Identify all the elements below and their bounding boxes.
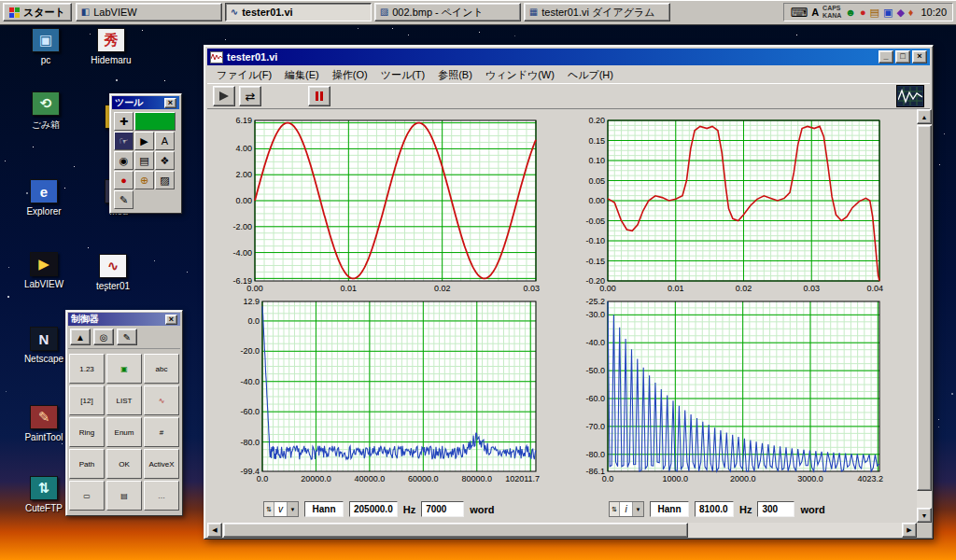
scroll-up-button[interactable]: ▲: [917, 109, 932, 124]
tools-palette-titlebar[interactable]: ツール ×: [112, 96, 179, 109]
channel-selector-right[interactable]: ⇅ i ▼: [609, 501, 644, 517]
search-button[interactable]: ◎: [93, 329, 114, 345]
maximize-button[interactable]: □: [895, 50, 910, 63]
caps-kana-indicator[interactable]: CAPS KANA: [822, 5, 841, 20]
taskbar-task-button[interactable]: ▨002.bmp - ペイント: [374, 3, 521, 21]
display-settings-icon[interactable]: ▣: [883, 7, 893, 18]
desktop-icon-pc[interactable]: ▣pc: [17, 28, 75, 65]
object-menu-tool[interactable]: ▤: [134, 151, 154, 170]
color-copy-tool[interactable]: ▨: [155, 171, 175, 189]
close-icon[interactable]: ×: [164, 98, 176, 108]
desktop-icon-explorer[interactable]: eExplorer: [15, 179, 73, 217]
svg-text:0.0: 0.0: [602, 474, 614, 483]
svg-text:102011.7: 102011.7: [505, 474, 540, 483]
controls-palette-title: 制御器: [71, 313, 99, 326]
sample-count-left[interactable]: 7000: [421, 501, 464, 517]
svg-text:0.20: 0.20: [588, 116, 605, 125]
path-controls[interactable]: Path: [69, 449, 105, 479]
sample-count-right[interactable]: 300: [757, 501, 794, 517]
menu-item[interactable]: 編集(E): [278, 66, 326, 84]
scheduler-icon[interactable]: ▤: [870, 7, 879, 18]
svg-text:-30.0: -30.0: [585, 310, 605, 319]
start-button[interactable]: スタート: [3, 3, 72, 21]
breakpoint-tool[interactable]: ●: [114, 171, 134, 189]
operate-value-tool[interactable]: ☞: [114, 132, 134, 150]
window-function-ring-right[interactable]: Hann: [650, 501, 689, 517]
auto-tool-led[interactable]: [134, 112, 176, 131]
controls-palette-titlebar[interactable]: 制御器 ×: [68, 313, 180, 326]
menu-item[interactable]: 参照(B): [431, 66, 479, 84]
dialog-controls[interactable]: OK: [106, 449, 142, 479]
edit-text-tool[interactable]: A: [155, 132, 175, 150]
scroll-right-button[interactable]: ▶: [902, 523, 917, 538]
desktop-icon-painttool[interactable]: ✎PaintTool: [15, 405, 73, 442]
usb-device-icon[interactable]: ◆: [896, 7, 904, 18]
dropdown-arrow-icon[interactable]: ▼: [633, 502, 643, 516]
channel-selector-left[interactable]: ⇅ v ▼: [263, 501, 299, 517]
pause-button[interactable]: [308, 86, 330, 106]
string-path-controls[interactable]: abc: [144, 354, 179, 384]
vertical-scroll-thumb[interactable]: [917, 125, 932, 491]
position-tool[interactable]: ▶: [134, 132, 154, 150]
probe-tool[interactable]: ⊕: [134, 171, 154, 189]
taskbar-task-button[interactable]: ∿tester01.vi: [225, 3, 372, 21]
horizontal-scroll-thumb[interactable]: [223, 523, 688, 538]
desktop-icon-tester01[interactable]: ∿tester01: [84, 254, 142, 291]
select-controls[interactable]: …: [144, 481, 179, 511]
decorations-controls[interactable]: ▭: [69, 481, 105, 511]
run-button[interactable]: [213, 86, 235, 106]
run-continuous-button[interactable]: ⇄: [239, 86, 261, 106]
window-titlebar[interactable]: tester01.vi _ □ ×: [207, 49, 930, 65]
up-level-button[interactable]: ▲: [70, 329, 91, 345]
taskbar-task-button[interactable]: ◧LabVIEW: [76, 3, 222, 21]
enum-controls[interactable]: Enum: [106, 417, 142, 447]
wire-tool[interactable]: ◉: [114, 151, 134, 170]
svg-text:0.03: 0.03: [803, 284, 820, 293]
window-function-ring-left[interactable]: Hann: [304, 501, 344, 517]
users-icon[interactable]: ☻: [845, 7, 856, 18]
keyboard-icon[interactable]: ⌨: [790, 7, 808, 19]
classic-controls[interactable]: ▤: [106, 481, 142, 511]
menu-item[interactable]: 操作(O): [326, 66, 374, 84]
tray-clock: 10:20: [917, 7, 947, 18]
frequency-value-right[interactable]: 8100.0: [695, 501, 734, 517]
scroll-tool[interactable]: ❖: [155, 151, 175, 170]
list-table-controls[interactable]: LIST: [106, 385, 142, 415]
increment-decrement-icon[interactable]: ⇅: [610, 502, 619, 516]
antivirus-icon[interactable]: ●: [860, 7, 866, 18]
desktop-icon-netscape[interactable]: NNetscape: [15, 327, 73, 364]
ime-pen-icon[interactable]: A: [811, 7, 819, 18]
taskbar-task-button[interactable]: ▦tester01.vi ダイアグラム: [524, 3, 670, 21]
volume-icon[interactable]: ♦: [908, 7, 914, 18]
graph-controls[interactable]: ∿: [144, 385, 179, 415]
desktop-icon-labview[interactable]: ▶LabVIEW: [15, 252, 73, 289]
sample-unit-right: word: [800, 504, 824, 515]
menu-item[interactable]: ヘルプ(H): [561, 66, 620, 84]
numeric-controls[interactable]: 1.23: [69, 354, 105, 384]
frequency-value-left[interactable]: 205000.0: [349, 501, 398, 517]
options-button[interactable]: ✎: [117, 329, 137, 345]
task-label: LabVIEW: [93, 7, 136, 18]
ring-controls[interactable]: Ring: [69, 417, 105, 447]
menu-item[interactable]: ウィンドウ(W): [479, 66, 561, 84]
minimize-button[interactable]: _: [879, 50, 893, 63]
dropdown-arrow-icon[interactable]: ▼: [288, 502, 298, 516]
array-cluster-controls[interactable]: [12]: [69, 385, 105, 415]
menu-item[interactable]: ファイル(F): [210, 66, 278, 84]
menu-item[interactable]: ツール(T): [374, 66, 432, 84]
desktop-icon-cuteftp[interactable]: ⇅CuteFTP: [15, 476, 73, 513]
scroll-left-button[interactable]: ◀: [207, 523, 222, 538]
close-icon[interactable]: ×: [165, 315, 177, 325]
auto-tool-button[interactable]: ✚: [114, 112, 134, 131]
horizontal-scrollbar[interactable]: ◀ ▶: [207, 523, 917, 538]
increment-decrement-icon[interactable]: ⇅: [264, 502, 274, 516]
close-button[interactable]: ×: [912, 50, 927, 63]
desktop-icon-hidemaru[interactable]: 秀Hidemaru: [82, 28, 140, 65]
desktop-icon-recycle-bin[interactable]: ⟲ごみ箱: [17, 91, 75, 132]
vertical-scrollbar[interactable]: ▲ ▼: [917, 109, 932, 523]
boolean-controls[interactable]: ▣: [106, 354, 142, 384]
scroll-down-button[interactable]: ▼: [917, 508, 932, 523]
color-tool[interactable]: ✎: [114, 190, 134, 209]
activex-controls[interactable]: ActiveX: [144, 449, 179, 479]
refnum-controls[interactable]: #: [144, 417, 179, 447]
